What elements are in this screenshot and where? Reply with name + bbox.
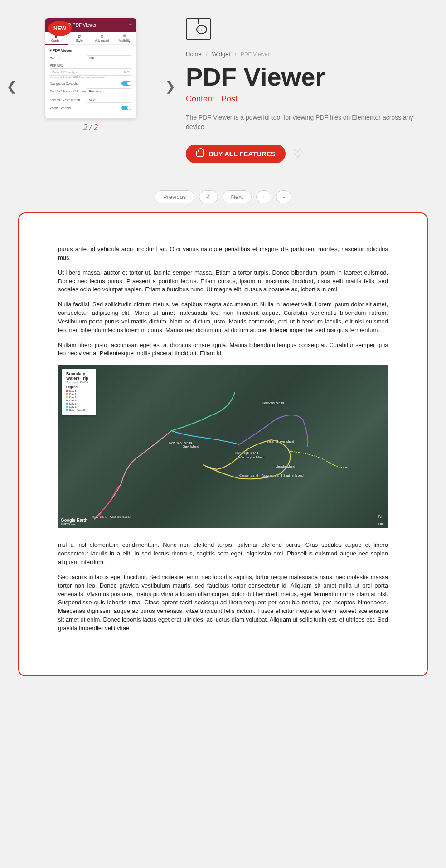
hamburger-icon: ≡ [129,22,131,28]
pdf-paragraph: nisl a nisl elementum condimentum. Nunc … [58,541,388,567]
nav-controls-label: Navigation Controls [50,82,78,85]
carousel-next-arrow[interactable]: ❯ [163,79,177,94]
action-row: BUY ALL FEATURES ♡ [186,145,428,163]
breadcrumb-current: PDF Viewer [241,51,270,58]
description: The PDF Viewer is a powerful tool for vi… [186,113,428,132]
top-section: ❮ ❯ NEW Edit PDF Viewer ≡ ◐Content ✿Styl… [18,9,428,172]
breadcrumb: Home / Widget / PDF Viewer [186,51,428,58]
breadcrumb-widget[interactable]: Widget [212,51,230,58]
pdf-prev-button[interactable]: Previous [155,190,195,203]
pdf-page-number[interactable]: 4 [199,190,218,203]
pdf-paragraph: Nulla facilisi. Sed sollicitudin dictum … [58,300,388,334]
slide-image: NEW Edit PDF Viewer ≡ ◐Content ✿Style ⚙A… [45,18,136,118]
pdf-url-label: PDF URL [50,64,131,67]
buy-all-features-button[interactable]: BUY ALL FEATURES [186,145,286,163]
page-title: PDF Viewer [186,62,428,92]
pdf-paragraph: Sed iaculis in lacus eget tincidunt. Sed… [58,573,388,633]
next-text-label: Text for "Next" Button [50,98,80,101]
pdf-paragraph: purus ante, id vehicula arcu tincidunt a… [58,245,388,262]
source-label: Source [50,57,60,60]
breadcrumb-home[interactable]: Home [186,51,202,58]
wishlist-heart-icon[interactable]: ♡ [293,148,303,160]
carousel: ❮ ❯ NEW Edit PDF Viewer ≡ ◐Content ✿Styl… [18,18,163,163]
map-routes [58,365,388,528]
slide-section-title: ▾ PDF Viewer [50,48,131,53]
pdf-paragraph: Ut libero massa, auctor et tortor ut, la… [58,269,388,294]
map-compass-icon: N [378,514,382,519]
pdf-url-note: You can only enter URL from your own dom… [50,76,131,78]
prev-text-label: Text for "Previous" Button [50,90,86,93]
slide-tab-advanced: ⚙Advanced [91,32,113,44]
zoom-controls-toggle [121,106,131,110]
next-text-value: Next [87,97,131,103]
categories[interactable]: Content , Post [186,94,428,104]
map-attribution: Google Earth ©2017 Google [61,518,87,526]
basket-icon [196,151,204,157]
map-image: Boundary Waters Trip Six days in BWCA Le… [58,365,388,528]
slide-tab-style: ✿Style [68,32,91,44]
pdf-controls: Previous 4 Next + - [0,190,446,203]
new-badge: NEW [48,21,72,36]
source-select: URL [87,55,131,61]
map-scale: 3 mi [378,522,383,526]
nav-controls-toggle [121,81,131,86]
prev-text-value: Previous [87,88,131,94]
pdf-viewer-frame: purus ante, id vehicula arcu tincidunt a… [18,212,428,676]
pdf-zoom-out-button[interactable]: - [276,190,291,203]
zoom-controls-label: Zoom Controls [50,106,71,110]
pdf-next-button[interactable]: Next [223,190,252,203]
info-column: ↓ Home / Widget / PDF Viewer PDF Viewer … [186,18,428,163]
pdf-url-input: Paste URL or type ⚙ ▾ [50,68,131,76]
pdf-paragraph: Nullam libero justo, accumsan eget est a… [58,341,388,358]
slide-tab-visibility: 👁Visibility [113,32,136,44]
slide-body: ▾ PDF Viewer Source URL PDF URL Paste UR… [45,45,136,118]
pdf-zoom-in-button[interactable]: + [256,190,271,203]
carousel-prev-arrow[interactable]: ❮ [5,79,18,94]
slide-counter: 2 / 2 [18,123,163,132]
pdf-viewer-icon: ↓ [186,18,211,40]
